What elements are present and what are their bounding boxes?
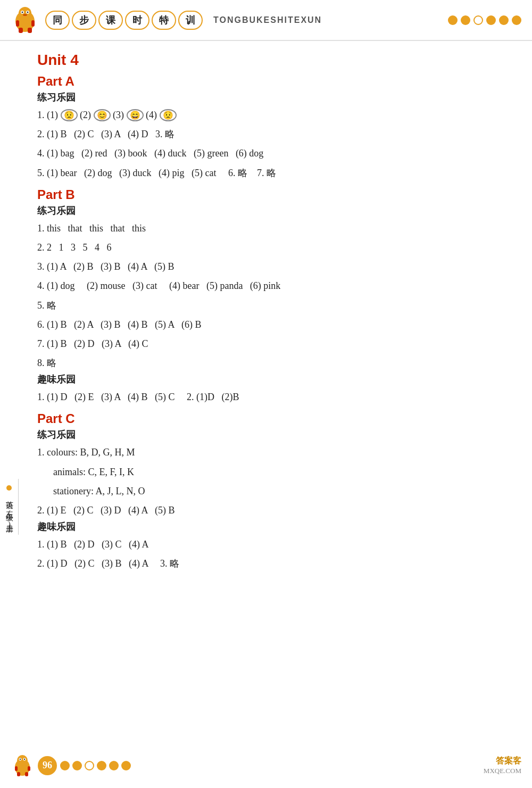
svg-point-12: [17, 755, 28, 766]
part-c-line-1: 1. colours: B, D, G, H, M: [37, 443, 500, 461]
nav-item-3: 课: [98, 11, 123, 30]
part-b-line-2: 2. 2 1 3 5 4 6: [37, 238, 500, 256]
page-header: 同 步 课 时 特 训 TONGBUKESHITEXUN: [0, 0, 532, 41]
part-b-section2-title: 趣味乐园: [37, 373, 500, 386]
part-b-line-6: 6. (1) B (2) A (3) B (4) B (5) A (6) B: [37, 316, 500, 334]
sidebar-dot: [6, 485, 12, 491]
part-c-section1-title: 练习乐园: [37, 428, 500, 441]
header-dots: [448, 15, 521, 25]
dot-3: [473, 15, 483, 25]
part-c-section2-title: 趣味乐园: [37, 520, 500, 533]
nav-item-1: 同: [45, 11, 70, 30]
main-content: Unit 4 Part A 练习乐园 1. (1) 😟 (2) 😊 (3) 😄 …: [0, 41, 532, 585]
part-b-line-1: 1. this that this that this: [37, 219, 500, 237]
footer-dot-1: [60, 761, 70, 770]
nav-item-5: 特: [152, 11, 176, 30]
svg-rect-7: [16, 20, 19, 27]
part-c-line-3: stationery: A, J, L, N, O: [37, 482, 500, 500]
sidebar-vertical-text: 英语 三年级(上册): [4, 495, 14, 529]
part-b-line-4: 4. (1) dog (2) mouse (3) cat (4) bear (5…: [37, 277, 500, 295]
footer-dot-6: [121, 761, 131, 770]
part-b-line-8: 8. 略: [37, 354, 500, 372]
svg-rect-19: [17, 772, 20, 776]
footer-left: 96: [11, 753, 131, 777]
dot-6: [512, 15, 521, 25]
part-c-line-2: animals: C, E, F, I, K: [37, 463, 500, 481]
part-b-section1-title: 练习乐园: [37, 204, 500, 217]
page-footer: 96 答案客 MXQE.COM: [0, 753, 532, 777]
unit-title: Unit 4: [37, 52, 500, 69]
footer-dot-5: [109, 761, 119, 770]
part-a: Part A 练习乐园 1. (1) 😟 (2) 😊 (3) 😄 (4) 😟 2…: [37, 74, 500, 182]
part-c-qw-line-1: 1. (1) B (2) D (3) C (4) A: [37, 535, 500, 553]
dot-4: [486, 15, 496, 25]
footer-dot-3: [85, 761, 94, 770]
part-b-line-7: 7. (1) B (2) D (3) A (4) C: [37, 335, 500, 353]
footer-watermark: 答案客 MXQE.COM: [484, 756, 521, 775]
part-c-line-4: 2. (1) E (2) C (3) D (4) A (5) B: [37, 501, 500, 519]
footer-dots: [60, 761, 131, 770]
svg-point-1: [19, 7, 31, 20]
svg-rect-17: [15, 766, 18, 771]
svg-point-4: [22, 12, 23, 13]
footer-dot-2: [72, 761, 82, 770]
part-b-line-3: 3. (1) A (2) B (3) B (4) A (5) B: [37, 258, 500, 276]
dot-5: [499, 15, 509, 25]
nav-item-4: 时: [125, 11, 149, 30]
svg-point-15: [20, 759, 21, 760]
header-mascot: [11, 5, 40, 35]
header-subtitle: TONGBUKESHITEXUN: [213, 15, 322, 25]
svg-point-5: [27, 12, 29, 13]
svg-rect-8: [31, 20, 35, 27]
svg-rect-20: [25, 772, 28, 776]
svg-rect-18: [28, 766, 30, 771]
dot-1: [448, 15, 458, 25]
part-c-title: Part C: [37, 411, 500, 426]
part-a-section-title: 练习乐园: [37, 91, 500, 104]
left-sidebar: 英语 三年级(上册): [0, 479, 19, 535]
part-c-qw-line-2: 2. (1) D (2) C (3) B (4) A 3. 略: [37, 554, 500, 573]
part-b-line-5: 5. 略: [37, 296, 500, 314]
nav-item-2: 步: [72, 11, 96, 30]
part-b: Part B 练习乐园 1. this that this that this …: [37, 187, 500, 407]
page-number: 96: [38, 756, 57, 775]
nav-item-6: 训: [178, 11, 203, 30]
part-b-title: Part B: [37, 187, 500, 202]
part-a-line-3: 4. (1) bag (2) red (3) book (4) duck (5)…: [37, 144, 500, 162]
footer-mascot: [11, 753, 35, 777]
footer-dot-4: [97, 761, 106, 770]
svg-point-6: [23, 14, 27, 16]
part-a-line-4: 5. (1) bear (2) dog (3) duck (4) pig (5)…: [37, 164, 500, 182]
part-b-qw-line-1: 1. (1) D (2) E (3) A (4) B (5) C 2. (1)D…: [37, 388, 500, 406]
part-a-title: Part A: [37, 74, 500, 89]
svg-point-16: [24, 759, 25, 760]
svg-rect-10: [28, 28, 32, 33]
dot-2: [461, 15, 470, 25]
part-c: Part C 练习乐园 1. colours: B, D, G, H, M an…: [37, 411, 500, 573]
part-a-line-1: 1. (1) 😟 (2) 😊 (3) 😄 (4) 😟: [37, 106, 500, 124]
nav-bar: 同 步 课 时 特 训: [45, 11, 203, 30]
part-a-line-2: 2. (1) B (2) C (3) A (4) D 3. 略: [37, 125, 500, 143]
svg-rect-9: [19, 28, 23, 33]
